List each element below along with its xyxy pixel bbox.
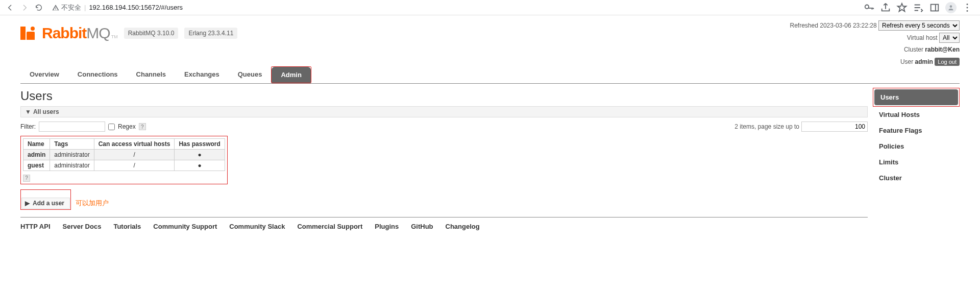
tab-admin[interactable]: Admin — [272, 67, 310, 83]
share-icon[interactable] — [880, 2, 891, 13]
arrow-left-icon — [6, 4, 14, 12]
filter-label: Filter: — [20, 123, 36, 130]
sidebar-item-users[interactable]: Users — [874, 89, 958, 105]
tab-connections[interactable]: Connections — [68, 66, 127, 82]
svg-point-5 — [967, 10, 968, 11]
url-divider: | — [84, 4, 86, 11]
page-title: Users — [20, 89, 868, 103]
user-vhosts: / — [94, 150, 175, 160]
sidebar-highlight: Users — [873, 88, 960, 107]
page-content: RabbitMQ TM RabbitMQ 3.10.0 Erlang 23.3.… — [0, 15, 980, 240]
footer-commercial-support[interactable]: Commercial Support — [297, 223, 362, 230]
rabbitmq-logo-icon — [20, 27, 35, 40]
key-icon[interactable] — [864, 2, 875, 13]
add-user-annotation: 可以加用户 — [76, 199, 109, 207]
footer-tutorials[interactable]: Tutorials — [113, 223, 141, 230]
svg-point-4 — [967, 7, 968, 8]
table-row[interactable]: admin administrator / ● — [23, 150, 225, 160]
footer-github[interactable]: GitHub — [411, 223, 433, 230]
col-name[interactable]: Name — [23, 139, 50, 150]
filter-help-button[interactable]: ? — [139, 123, 146, 130]
footer-http-api[interactable]: HTTP API — [20, 223, 51, 230]
col-vhosts[interactable]: Can access virtual hosts — [94, 139, 175, 150]
version-badge: RabbitMQ 3.10.0 — [124, 28, 179, 39]
url-text: 192.168.194.150:15672/#/users — [89, 4, 183, 11]
filter-row: Filter: Regex ? 2 items, page size up to — [20, 122, 868, 132]
erlang-badge: Erlang 23.3.4.11 — [184, 28, 237, 39]
tab-channels[interactable]: Channels — [127, 66, 176, 82]
items-count-label: 2 items, page size up to — [734, 123, 799, 130]
logout-button[interactable]: Log out — [935, 58, 960, 66]
arrow-right-icon — [20, 4, 29, 12]
add-user-label: Add a user — [33, 200, 64, 207]
back-button[interactable] — [4, 2, 16, 14]
vhost-select[interactable]: All — [939, 33, 960, 43]
filter-input[interactable] — [39, 122, 105, 132]
all-users-section-header[interactable]: ▼ All users — [20, 106, 868, 117]
sidebar-item-feature-flags[interactable]: Feature Flags — [873, 123, 960, 138]
svg-rect-0 — [931, 4, 939, 11]
logo-block: RabbitMQ TM RabbitMQ 3.10.0 Erlang 23.3.… — [20, 25, 237, 42]
footer-community-slack[interactable]: Community Slack — [229, 223, 285, 230]
browser-actions — [864, 2, 976, 13]
sidebar-item-policies[interactable]: Policies — [873, 138, 960, 154]
table-row[interactable]: guest administrator / ● — [23, 160, 225, 171]
user-name: admin — [28, 151, 45, 158]
sidebar-item-vhosts[interactable]: Virtual Hosts — [873, 107, 960, 123]
forward-button[interactable] — [18, 2, 31, 14]
user-label: User — [900, 58, 913, 65]
footer: HTTP API Server Docs Tutorials Community… — [20, 217, 868, 230]
user-tags: administrator — [50, 150, 94, 160]
refreshed-value: 2023-03-06 23:22:28 — [820, 22, 876, 29]
panel-icon[interactable] — [929, 2, 940, 13]
rabbitmq-logo-text: RabbitMQ TM — [42, 25, 118, 42]
chevron-down-icon: ▼ — [25, 108, 31, 115]
admin-sidebar-rest: Virtual Hosts Feature Flags Policies Lim… — [873, 107, 960, 186]
all-users-label: All users — [33, 108, 59, 115]
footer-plugins[interactable]: Plugins — [375, 223, 399, 230]
col-tags[interactable]: Tags — [50, 139, 94, 150]
user-password: ● — [175, 150, 225, 160]
svg-point-3 — [967, 4, 968, 5]
users-table: Name Tags Can access virtual hosts Has p… — [23, 138, 225, 171]
users-table-highlight: Name Tags Can access virtual hosts Has p… — [20, 136, 228, 184]
user-vhosts: / — [94, 160, 175, 171]
star-icon[interactable] — [896, 2, 908, 13]
security-indicator[interactable]: 不安全 — [52, 3, 81, 12]
warning-icon — [52, 4, 59, 11]
address-bar[interactable]: 不安全 | 192.168.194.150:15672/#/users — [47, 3, 862, 12]
footer-community-support[interactable]: Community Support — [153, 223, 217, 230]
svg-point-2 — [950, 5, 952, 8]
refreshed-label: Refreshed — [790, 22, 818, 29]
footer-changelog[interactable]: Changelog — [446, 223, 480, 230]
dots-vertical-icon — [962, 2, 973, 13]
admin-sidebar: Users — [874, 89, 958, 105]
playlist-icon[interactable] — [913, 2, 924, 13]
status-block: Refreshed 2023-03-06 23:22:28 Refresh ev… — [790, 20, 960, 68]
tab-overview[interactable]: Overview — [20, 66, 68, 82]
regex-label: Regex — [118, 123, 136, 130]
table-help-button[interactable]: ? — [23, 175, 30, 182]
sidebar-item-limits[interactable]: Limits — [873, 154, 960, 170]
person-icon — [947, 4, 954, 11]
cluster-value: rabbit@Ken — [925, 46, 960, 53]
user-name: guest — [28, 162, 44, 169]
user-tags: administrator — [50, 160, 94, 171]
chevron-right-icon: ▶ — [25, 200, 30, 207]
col-password[interactable]: Has password — [175, 139, 225, 150]
menu-button[interactable] — [962, 2, 973, 13]
tab-queues[interactable]: Queues — [229, 66, 272, 82]
add-user-section-header[interactable]: ▶ Add a user — [21, 198, 70, 209]
main-tabs: Overview Connections Channels Exchanges … — [20, 66, 960, 84]
refresh-interval-select[interactable]: Refresh every 5 seconds — [878, 20, 960, 31]
browser-toolbar: 不安全 | 192.168.194.150:15672/#/users — [0, 0, 980, 15]
sidebar-item-cluster[interactable]: Cluster — [873, 170, 960, 186]
regex-checkbox[interactable] — [108, 124, 115, 130]
security-label: 不安全 — [61, 3, 81, 12]
tab-exchanges[interactable]: Exchanges — [175, 66, 229, 82]
reload-icon — [35, 4, 43, 12]
reload-button[interactable] — [33, 2, 45, 14]
page-size-input[interactable] — [801, 122, 868, 132]
footer-server-docs[interactable]: Server Docs — [63, 223, 102, 230]
profile-avatar[interactable] — [945, 2, 957, 13]
